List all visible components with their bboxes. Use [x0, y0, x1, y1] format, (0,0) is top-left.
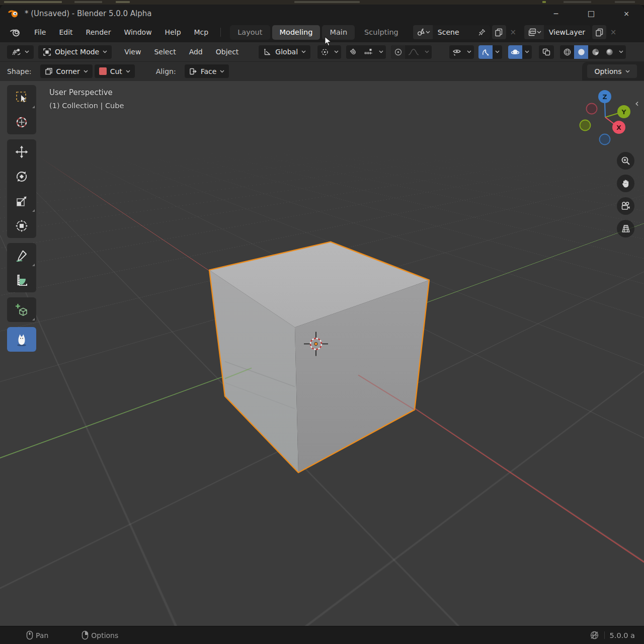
- xray-toggle[interactable]: [539, 45, 554, 59]
- align-dropdown[interactable]: Face: [185, 64, 229, 78]
- shading-material-button[interactable]: [588, 45, 602, 59]
- mouse-right-button-icon: [82, 630, 89, 640]
- shape-type-dropdown[interactable]: Corner: [40, 64, 93, 78]
- active-object-breadcrumb: (1) Collection | Cube: [49, 102, 124, 110]
- gizmo-axis-y[interactable]: Y: [617, 105, 630, 118]
- navigation-gizmo[interactable]: Z Y X: [564, 86, 644, 149]
- gizmo-axis-y-neg[interactable]: [580, 120, 591, 131]
- chevron-down-icon: [426, 31, 430, 34]
- tool-add-cube[interactable]: [7, 297, 36, 322]
- falloff-curve-icon: [408, 48, 419, 56]
- pin-icon[interactable]: [478, 28, 486, 36]
- tool-measure[interactable]: [7, 268, 36, 292]
- menu-select[interactable]: Select: [154, 48, 176, 56]
- zoom-button[interactable]: [617, 152, 634, 170]
- rotate-icon: [15, 170, 29, 184]
- snap-target-button[interactable]: [360, 45, 376, 59]
- tool-annotate[interactable]: [7, 243, 36, 268]
- viewport-header: Object Mode View Select Add Object Globa…: [0, 42, 644, 61]
- snap-group: [346, 45, 386, 59]
- chevron-down-icon: [103, 50, 107, 53]
- chevron-down-icon: [619, 50, 623, 53]
- scene-selector: Scene: [413, 25, 490, 39]
- minimize-button[interactable]: ─: [538, 5, 574, 22]
- orthographic-toggle-button[interactable]: [617, 220, 634, 237]
- menu-window[interactable]: Window: [124, 28, 151, 36]
- tool-transform[interactable]: [7, 213, 36, 238]
- menu-add[interactable]: Add: [189, 48, 203, 56]
- window-controls: ─ □ ×: [538, 5, 644, 22]
- viewport-3d[interactable]: User Perspective (1) Collection | Cube ‹: [0, 80, 644, 626]
- workspace-tabs: Layout Modeling Main Sculpting: [230, 25, 408, 40]
- maximize-button[interactable]: □: [574, 5, 609, 22]
- menu-mcp[interactable]: Mcp: [194, 28, 209, 36]
- new-viewlayer-button[interactable]: [592, 25, 606, 39]
- svg-text:X: X: [616, 124, 621, 131]
- tab-modeling[interactable]: Modeling: [272, 25, 320, 40]
- transform-orientation-dropdown[interactable]: Global: [259, 45, 310, 59]
- transform-icon: [15, 219, 29, 233]
- tab-sculpting[interactable]: Sculpting: [357, 25, 406, 40]
- gizmo-axis-x[interactable]: X: [612, 121, 625, 134]
- menu-view[interactable]: View: [124, 48, 141, 56]
- tool-settings-corner: Options: [582, 62, 644, 80]
- offline-globe-icon: [590, 630, 599, 640]
- options-dropdown[interactable]: Options: [587, 64, 637, 78]
- viewlayer-browse-button[interactable]: [524, 25, 544, 39]
- window-title: * (Unsaved) - Blender 5.0.0 Alpha: [25, 9, 152, 18]
- tool-move[interactable]: [7, 139, 36, 164]
- viewlayer-name[interactable]: ViewLayer: [544, 28, 590, 36]
- add-cube-icon: [15, 303, 29, 317]
- pan-button[interactable]: [617, 175, 634, 192]
- tool-rotate[interactable]: [7, 164, 36, 189]
- camera-view-button[interactable]: [617, 197, 634, 215]
- gizmo-options-button[interactable]: [493, 45, 502, 59]
- scene-name[interactable]: Scene: [433, 28, 478, 36]
- remove-viewlayer-button: ×: [607, 28, 619, 37]
- gizmo-axis-x-neg[interactable]: [587, 104, 597, 114]
- snap-increment-icon: [363, 48, 373, 56]
- mode-dropdown[interactable]: Object Mode: [38, 45, 112, 59]
- shading-rendered-button[interactable]: [602, 45, 616, 59]
- menu-file[interactable]: File: [34, 28, 46, 36]
- align-value-label: Face: [201, 67, 217, 75]
- cube-object[interactable]: [209, 242, 429, 473]
- show-gizmo-toggle[interactable]: [478, 45, 493, 59]
- editor-type-dropdown[interactable]: [7, 45, 34, 59]
- hand-icon: [621, 179, 630, 188]
- cursor-tool-icon: [15, 115, 29, 129]
- shape-fill-dropdown[interactable]: Cut: [95, 64, 135, 78]
- shading-solid-button[interactable]: [574, 45, 588, 59]
- material-preview-icon: [591, 48, 600, 56]
- proportional-edit-toggle[interactable]: [391, 45, 405, 59]
- object-visibility-dropdown[interactable]: [449, 45, 474, 59]
- shading-options-button[interactable]: [616, 45, 626, 59]
- shading-wireframe-button[interactable]: [560, 45, 574, 59]
- gizmo-axis-z-neg[interactable]: [600, 134, 610, 145]
- top-menu-bar: File Edit Render Window Help Mcp Layout …: [0, 22, 644, 42]
- show-overlays-toggle[interactable]: [508, 45, 522, 59]
- scale-icon: [15, 194, 29, 208]
- menu-help[interactable]: Help: [165, 28, 181, 36]
- menu-object[interactable]: Object: [216, 48, 239, 56]
- options-label: Options: [594, 67, 621, 75]
- close-button[interactable]: ×: [609, 5, 644, 22]
- tool-select-box[interactable]: [7, 85, 36, 110]
- scene-browse-button[interactable]: [413, 25, 433, 39]
- overlays-options-button[interactable]: [522, 45, 532, 59]
- tab-layout[interactable]: Layout: [230, 25, 270, 40]
- tool-scale[interactable]: [7, 189, 36, 213]
- snap-toggle[interactable]: [346, 45, 360, 59]
- duplicate-icon: [495, 28, 503, 37]
- scene-objects: [0, 81, 644, 626]
- tool-custom-cat[interactable]: [7, 327, 36, 352]
- menu-render[interactable]: Render: [86, 28, 111, 36]
- blender-app-menu-icon[interactable]: [9, 27, 21, 37]
- new-scene-button[interactable]: [492, 25, 506, 39]
- menu-edit[interactable]: Edit: [59, 28, 72, 36]
- mouse-cursor: [325, 36, 333, 47]
- unlink-scene-button: ×: [507, 28, 519, 37]
- visibility-eye-icon: [452, 48, 462, 56]
- gizmo-axis-z[interactable]: Z: [598, 90, 611, 103]
- tool-cursor[interactable]: [7, 110, 36, 134]
